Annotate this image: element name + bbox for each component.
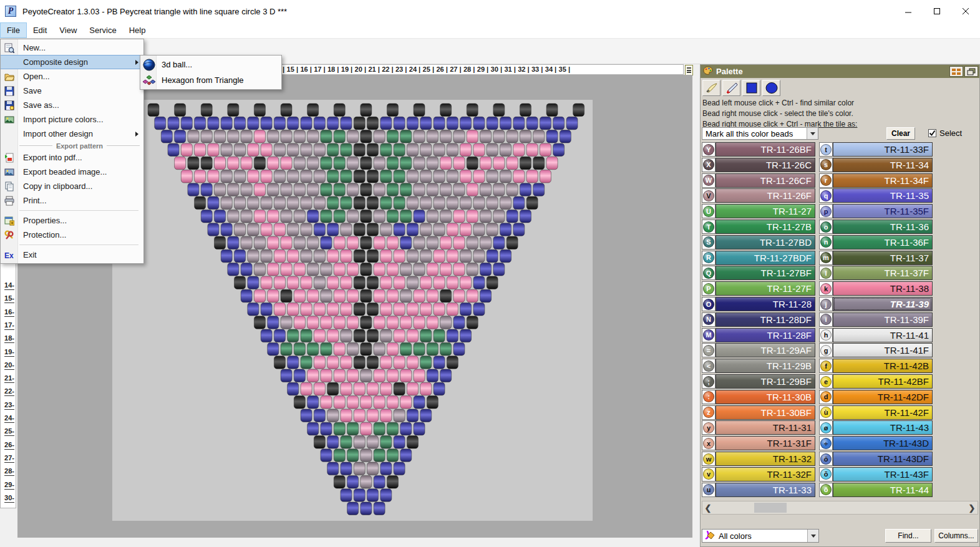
bead[interactable] [235,196,246,210]
bead[interactable] [354,382,365,395]
bead[interactable] [381,143,392,157]
bead[interactable] [301,356,312,369]
file-menu-item-export-into-pdf[interactable]: Export into pdf... [1,150,143,165]
bead[interactable] [208,143,219,157]
bead[interactable] [268,157,279,170]
bead[interactable] [374,396,385,409]
bead[interactable] [361,289,372,303]
color-code-tile[interactable]: TR-11-43 [833,420,933,435]
color-code-tile[interactable]: TR-11-37 [833,251,933,265]
bead[interactable] [281,316,292,329]
bead-letter-button[interactable]: = [702,343,716,357]
color-code-tile[interactable]: TR-11-44 [833,483,933,497]
bead[interactable] [513,117,525,130]
color-code-tile[interactable]: TR-11-28DF [716,312,815,327]
bead[interactable] [440,289,452,303]
bead[interactable] [387,183,398,196]
bead[interactable] [434,329,445,342]
bead[interactable] [155,117,166,130]
bead[interactable] [341,409,352,422]
bead[interactable] [374,183,385,196]
bead[interactable] [454,183,465,196]
bead[interactable] [308,289,319,303]
color-filter-dropdown-arrow[interactable] [807,530,818,542]
bead-letter-button[interactable]: W [702,173,716,188]
bead-letter-button[interactable]: m [819,251,833,265]
color-filter-dropdown[interactable]: All colors [702,529,819,543]
bead[interactable] [294,369,305,382]
bead[interactable] [321,236,332,249]
scrollbar-thumb[interactable] [754,503,787,513]
bead[interactable] [387,104,398,117]
bead[interactable] [420,170,432,183]
bead[interactable] [400,210,412,223]
bead[interactable] [381,276,392,289]
bead[interactable] [327,303,339,316]
bead[interactable] [354,143,365,157]
bead[interactable] [301,382,312,395]
bead[interactable] [546,157,558,170]
bead[interactable] [294,236,305,249]
bead[interactable] [281,342,292,356]
bead[interactable] [248,170,259,183]
bead-letter-button[interactable]: T [702,220,716,234]
color-code-tile[interactable]: TR-11-43D [833,436,933,450]
bead[interactable] [188,157,199,170]
bead[interactable] [288,170,299,183]
bead[interactable] [507,130,518,143]
bead[interactable] [347,157,359,170]
bead[interactable] [467,236,478,249]
bead[interactable] [394,249,405,263]
bead[interactable] [361,422,372,435]
bead[interactable] [308,210,319,223]
bead-letter-button[interactable]: S [702,235,716,249]
file-menu-item-import-picture-colors[interactable]: Import picture colors... [1,112,143,127]
bead[interactable] [288,382,299,395]
bead[interactable] [281,289,292,303]
color-code-tile[interactable]: TR-11-32 [716,452,815,466]
bead[interactable] [354,356,365,369]
bead[interactable] [473,143,485,157]
bead[interactable] [400,130,412,143]
bead[interactable] [361,342,372,356]
bead[interactable] [367,143,378,157]
bead[interactable] [334,130,345,143]
bead[interactable] [321,157,332,170]
bead[interactable] [520,157,531,170]
bead[interactable] [553,143,565,157]
bead[interactable] [394,409,405,422]
bead[interactable] [434,303,445,316]
bead[interactable] [201,210,212,223]
bead[interactable] [381,382,392,395]
bead[interactable] [434,196,445,210]
bead[interactable] [440,316,452,329]
bead[interactable] [513,223,525,236]
bead[interactable] [427,130,438,143]
bead[interactable] [487,117,498,130]
bead[interactable] [268,236,279,249]
bead[interactable] [347,475,359,488]
bead[interactable] [254,236,265,249]
bead[interactable] [434,276,445,289]
bead[interactable] [434,249,445,263]
bead[interactable] [493,183,505,196]
bead[interactable] [281,236,292,249]
bead[interactable] [374,369,385,382]
bead[interactable] [473,196,485,210]
bead[interactable] [467,289,478,303]
bead-letter-button[interactable]: N [702,312,716,327]
bead[interactable] [361,130,372,143]
bead[interactable] [347,210,359,223]
bead[interactable] [301,170,312,183]
bead[interactable] [341,276,352,289]
bead[interactable] [473,117,485,130]
bead[interactable] [540,117,551,130]
bead[interactable] [493,236,505,249]
bead-letter-button[interactable]: o [819,220,833,234]
bead[interactable] [321,396,332,409]
bead[interactable] [407,329,418,342]
bead[interactable] [387,236,398,249]
bead[interactable] [374,130,385,143]
bead[interactable] [400,157,412,170]
bead[interactable] [215,210,226,223]
